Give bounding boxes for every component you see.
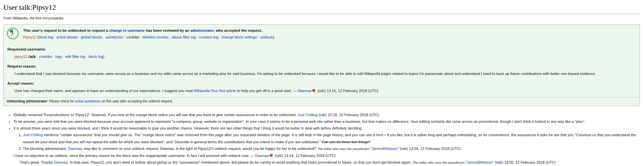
text-segment: ) 13:14, 12 February 2018 (UTC) xyxy=(282,154,335,158)
link-unblock[interactable]: unblock xyxy=(260,35,273,39)
talk-reply: That's great. Thanks Diannaa. In that ca… xyxy=(19,159,640,166)
accept-reason-label: Accept reason: xyxy=(7,80,636,87)
unblock-review-statement: This user's request to be unblocked to r… xyxy=(23,27,274,34)
text-segment: to help you get off to a good start. — xyxy=(236,89,298,93)
text-segment: ) 13:04, 12 February 2018 (UTC) xyxy=(407,147,461,151)
text-segment: · xyxy=(123,35,126,39)
text-segment: · xyxy=(196,35,199,39)
link-block-log[interactable]: block log xyxy=(89,55,103,59)
link-diannaa[interactable]: Diannaa xyxy=(54,160,68,164)
link-talk[interactable]: talk xyxy=(496,160,502,164)
text-segment: · xyxy=(77,35,81,39)
text-segment: · xyxy=(62,55,65,59)
text-segment: Globally renamed 'Fvcproductions' to 'Pi… xyxy=(13,113,298,117)
link-pipsy12[interactable]: pipsy12 xyxy=(14,55,27,59)
text-segment: ) 13:50, 12 February 2018 (UTC) xyxy=(502,160,555,164)
text-segment: , may like to comment on your unblock re… xyxy=(82,147,317,151)
maple-icon xyxy=(312,89,316,92)
link-diannaa[interactable]: Diannaa xyxy=(255,154,269,158)
link-wikipedia-your-first-article[interactable]: Wikipedia:Your first article xyxy=(194,89,236,93)
text-segment: Can you do those two things? xyxy=(322,140,370,144)
link-abuse-filter-log[interactable]: abuse filter log xyxy=(172,35,196,39)
blocked-user-links: Pipsy12 (block log · active blocks · glo… xyxy=(23,34,274,40)
page-title: User talk:Pipsy12 xyxy=(3,3,640,14)
link-logs[interactable]: logs xyxy=(55,55,62,59)
text-segment: ) 13:16, 12 February 2018 (UTC) xyxy=(324,89,378,93)
text-segment: ( xyxy=(27,55,30,59)
link-deleted-contribs[interactable]: deleted contribs xyxy=(143,35,169,39)
text-segment: ) 22:18, 10 February 2018 (UTC) xyxy=(325,113,379,117)
unblock-notice-body: This user's request to be unblocked to r… xyxy=(4,25,640,97)
numbered-comment: Just Chilling mentions "certain assuranc… xyxy=(23,132,640,145)
text-segment: , who accepted the request. xyxy=(214,28,262,32)
text-segment: if you like, but it is rather long and p… xyxy=(386,133,575,137)
link-administrator[interactable]: administrator xyxy=(190,28,214,32)
text-segment: ) xyxy=(273,35,274,39)
text-segment: contribs xyxy=(126,35,140,39)
link-jamesbwatson[interactable]: JamesBWatson xyxy=(372,147,397,151)
text-segment: has been reviewed by an xyxy=(145,28,191,32)
unblock-fields: Requested username: pipsy12 (talk · cont… xyxy=(7,46,636,94)
link-edit-filter-log[interactable]: edit filter log xyxy=(65,55,85,59)
conditions-list: Just Chilling mentions "certain assuranc… xyxy=(13,132,640,152)
text-segment: " ( xyxy=(493,160,496,164)
text-segment: . In that case, Pipsy12, you don't need … xyxy=(68,160,413,164)
link-talk[interactable]: talk xyxy=(319,89,324,93)
link-jamesbwatson[interactable]: JamesBWatson xyxy=(467,160,493,164)
text-segment: · xyxy=(169,35,172,39)
text-segment: I understand that I was blocked because … xyxy=(14,72,596,76)
request-reason-label: Request reason: xyxy=(7,63,636,70)
text-segment: · xyxy=(85,55,89,59)
link-active-autoblocks[interactable]: active autoblocks xyxy=(75,99,101,103)
unblock-reviewed-notice: This user's request to be unblocked to r… xyxy=(3,24,640,106)
text-segment: Unblocking administrator xyxy=(7,99,47,103)
link-active-blocks[interactable]: active blocks xyxy=(56,35,77,39)
text-segment: · xyxy=(52,55,55,59)
external-link-icon: ↗ xyxy=(384,132,386,139)
unblock-notice-header: This user's request to be unblocked to r… xyxy=(7,27,636,40)
text-segment: The editor who uses the pseudonym xyxy=(317,147,371,151)
link-talk[interactable]: talk xyxy=(320,113,325,117)
numbered-comment: The blocking administrator, Diannaa, may… xyxy=(23,145,640,152)
link-global-blocks[interactable]: global blocks xyxy=(81,35,102,39)
text-segment: mentions "certain assurances" that you s… xyxy=(43,133,376,137)
link-creation-log[interactable]: creation log xyxy=(199,35,218,39)
link-talk[interactable]: talk xyxy=(401,147,407,151)
text-segment: · xyxy=(139,35,143,39)
link-contribs[interactable]: contribs xyxy=(39,55,52,59)
text-segment: The editor who uses the pseudonym xyxy=(413,161,466,164)
link-block-log[interactable]: block log xyxy=(39,35,53,39)
request-reason-value: I understand that I was blocked because … xyxy=(7,70,636,77)
link-just-chilling[interactable]: Just Chilling xyxy=(298,113,317,117)
talk-comment: To be precise, you were told that you we… xyxy=(13,118,640,125)
text-segment: ( xyxy=(274,154,276,158)
text-segment: on this user after accepting the unblock… xyxy=(101,99,173,103)
wikipedia-page: User talk:Pipsy12 From Wikipedia, the fr… xyxy=(0,0,644,166)
link-here[interactable]: here↗ xyxy=(376,133,386,137)
text-segment: · xyxy=(218,35,222,39)
talk-reply: I have no objection to an unblock, since… xyxy=(13,152,640,159)
link-pipsy12[interactable]: Pipsy12 xyxy=(23,35,36,39)
site-subtitle: From Wikipedia, the free encyclopedia xyxy=(3,16,640,20)
link-diannaa[interactable]: Diannaa xyxy=(68,147,82,151)
talk-comment: Globally renamed 'Fvcproductions' to 'Pi… xyxy=(13,111,640,118)
text-segment: "Describe in general terms the contribut… xyxy=(173,140,321,144)
text-segment: To be precise, you were told that you we… xyxy=(13,119,585,123)
text-segment: That's great. Thanks xyxy=(19,160,54,164)
accept-reason-value: User has changed their name, and appears… xyxy=(7,87,636,94)
text-segment: · xyxy=(102,35,105,39)
link-change-in-username[interactable]: change in username xyxy=(109,28,145,32)
text-segment: " ( xyxy=(397,147,401,151)
text-segment: This user's request to be unblocked to r… xyxy=(23,28,109,32)
link-change-block-settings[interactable]: change block settings xyxy=(221,35,257,39)
text-segment: · xyxy=(36,55,39,59)
link-just-chilling[interactable]: Just Chilling xyxy=(23,133,43,137)
link-diannaa[interactable]: Diannaa xyxy=(298,89,311,93)
link-talk[interactable]: talk xyxy=(276,154,282,158)
talk-comment: It is almost three years since you were … xyxy=(13,125,640,152)
unblock-clock-icon xyxy=(7,27,19,39)
text-segment: It is almost three years since you were … xyxy=(13,126,363,130)
text-segment: · xyxy=(53,35,56,39)
text-segment: The blocking administrator, xyxy=(23,147,68,151)
link-autoblocks[interactable]: autoblocks xyxy=(105,35,123,39)
